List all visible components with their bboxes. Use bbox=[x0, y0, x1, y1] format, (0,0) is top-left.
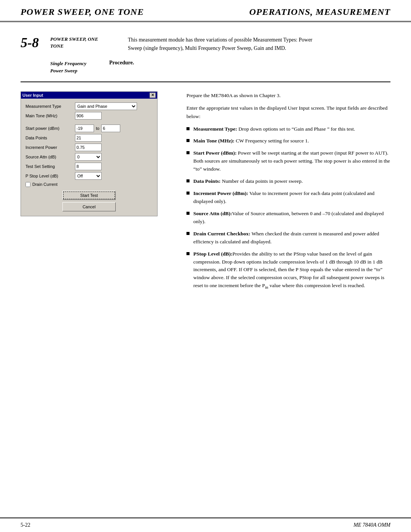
bullet-item-main-tone: Main Tone (MHz): CW Frequency setting fo… bbox=[186, 137, 390, 145]
main-tone-input[interactable] bbox=[75, 112, 102, 120]
bullet-item-drain-current: Drain Current Checkbox: When checked the… bbox=[186, 230, 390, 246]
data-points-label: Data Points bbox=[25, 136, 75, 140]
measurement-type-label: Measurement Type bbox=[25, 104, 75, 109]
sub-heading-right: Procedure. bbox=[109, 60, 134, 75]
main-tone-row: Main Tone (MHz) bbox=[25, 112, 153, 120]
page-footer: 5-22 ME 7840A OMM bbox=[0, 518, 411, 532]
source-attn-label: Source Attn (dB) bbox=[25, 155, 75, 159]
measurement-type-select[interactable]: Gain and Phase bbox=[75, 102, 137, 110]
section-number: 5-8 bbox=[21, 36, 43, 50]
dialog-titlebar: User Input ✕ bbox=[21, 92, 157, 99]
pstop-level-row: P Stop Level (dB) Off bbox=[25, 172, 153, 180]
procedure-text-1: Prepare the ME7840A as shown in Chapter … bbox=[186, 91, 390, 100]
bullet-icon bbox=[186, 252, 190, 255]
page-content: 5-8 POWER SWEEP, ONE TONE This measureme… bbox=[0, 22, 411, 308]
bullet-item-source-attn: Source Attn (dB):Value of Source attenua… bbox=[186, 210, 390, 226]
drain-current-row: Drain Current bbox=[25, 182, 153, 187]
test-set-row: Test Set Setting bbox=[25, 163, 153, 170]
bullet-text: Data Points: Number of data points in po… bbox=[193, 177, 303, 185]
bullet-icon bbox=[186, 151, 190, 154]
data-points-row: Data Points bbox=[25, 134, 153, 142]
stop-power-input[interactable] bbox=[101, 125, 120, 132]
right-column: Prepare the ME7840A as shown in Chapter … bbox=[186, 91, 390, 295]
bullet-icon bbox=[186, 179, 190, 182]
to-label: to bbox=[96, 126, 99, 131]
sub-heading-left: Single Frequency Power Sweep bbox=[50, 60, 86, 75]
drain-current-checkbox[interactable] bbox=[25, 182, 30, 187]
button-row: Start Test Cancel bbox=[25, 191, 153, 211]
bullet-text: Start Power (dBm): Power will be swept s… bbox=[193, 149, 390, 173]
start-power-input[interactable] bbox=[75, 125, 94, 132]
data-points-input[interactable] bbox=[75, 134, 102, 142]
source-attn-row: Source Attn (dB) 0 bbox=[25, 153, 153, 161]
dialog-title: User Input bbox=[22, 93, 43, 97]
bullet-text: Main Tone (MHz): CW Frequency setting fo… bbox=[193, 137, 309, 145]
main-tone-label: Main Tone (MHz) bbox=[25, 113, 75, 118]
section-description: This measurement module has three variat… bbox=[128, 36, 318, 53]
section-title: POWER SWEEP, ONE TONE bbox=[50, 36, 119, 50]
increment-power-row: Increment Power bbox=[25, 144, 153, 151]
bullet-icon bbox=[186, 212, 190, 215]
left-column: User Input ✕ Measurement Type Gain and P… bbox=[21, 91, 173, 295]
user-input-dialog: User Input ✕ Measurement Type Gain and P… bbox=[21, 91, 158, 216]
increment-power-label: Increment Power bbox=[25, 145, 75, 150]
procedure-text-2: Enter the appropriate test values in the… bbox=[186, 104, 390, 120]
bullet-icon bbox=[186, 192, 190, 195]
header-title-left: POWER SWEEP, ONE TONE bbox=[21, 7, 144, 17]
two-col-layout: User Input ✕ Measurement Type Gain and P… bbox=[21, 91, 390, 295]
dialog-close-button[interactable]: ✕ bbox=[150, 93, 156, 98]
bullet-text: Measurement Type: Drop down options set … bbox=[193, 125, 355, 133]
bullet-item-start-power: Start Power (dBm): Power will be swept s… bbox=[186, 149, 390, 173]
spacer-row bbox=[25, 121, 153, 125]
section-title-block: POWER SWEEP, ONE TONE bbox=[50, 36, 119, 50]
bullet-item-increment-power: Increment Power (dBm): Value to incremen… bbox=[186, 190, 390, 206]
dialog-body: Measurement Type Gain and Phase Main Ton… bbox=[21, 99, 157, 216]
increment-power-input[interactable] bbox=[75, 144, 102, 151]
sub-heading-row: Single Frequency Power Sweep Procedure. bbox=[21, 60, 390, 75]
header-title-right: OPERATIONS, MEASUREMENT bbox=[249, 7, 390, 17]
bullet-list: Measurement Type: Drop down options set … bbox=[186, 125, 390, 291]
footer-document-name: ME 7840A OMM bbox=[354, 522, 390, 528]
bullet-text: PStop Level (dB):Provides the ability to… bbox=[193, 250, 390, 291]
bullet-icon bbox=[186, 139, 190, 142]
pstop-level-label: P Stop Level (dB) bbox=[25, 174, 75, 178]
bullet-item-measurement-type: Measurement Type: Drop down options set … bbox=[186, 125, 390, 133]
measurement-type-row: Measurement Type Gain and Phase bbox=[25, 102, 153, 110]
start-test-button[interactable]: Start Test bbox=[62, 191, 116, 200]
bullet-icon bbox=[186, 127, 190, 130]
bullet-text: Increment Power (dBm): Value to incremen… bbox=[193, 190, 390, 206]
test-set-input[interactable] bbox=[75, 163, 102, 170]
footer-page-number: 5-22 bbox=[21, 522, 30, 528]
source-attn-select[interactable]: 0 bbox=[75, 153, 102, 161]
divider-top bbox=[21, 81, 390, 82]
section-heading: 5-8 POWER SWEEP, ONE TONE This measureme… bbox=[21, 36, 390, 53]
start-power-label: Start power (dBm) bbox=[25, 126, 75, 131]
page-header: POWER SWEEP, ONE TONE OPERATIONS, MEASUR… bbox=[0, 0, 411, 22]
bullet-item-data-points: Data Points: Number of data points in po… bbox=[186, 177, 390, 185]
cancel-button[interactable]: Cancel bbox=[62, 202, 116, 211]
bullet-text: Source Attn (dB):Value of Source attenua… bbox=[193, 210, 390, 226]
bullet-item-pstop-level: PStop Level (dB):Provides the ability to… bbox=[186, 250, 390, 291]
bullet-icon bbox=[186, 232, 190, 235]
test-set-label: Test Set Setting bbox=[25, 164, 75, 169]
pstop-level-select[interactable]: Off bbox=[75, 172, 102, 180]
drain-current-label: Drain Current bbox=[32, 182, 57, 187]
start-power-row: Start power (dBm) to bbox=[25, 125, 153, 132]
bullet-text: Drain Current Checkbox: When checked the… bbox=[193, 230, 390, 246]
